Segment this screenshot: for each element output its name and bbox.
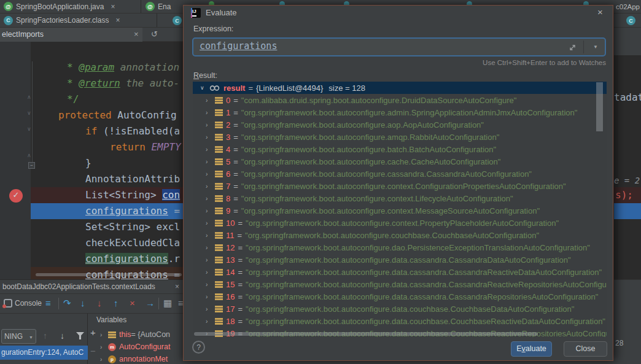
result-item-row[interactable]: ›9="org.springframework.boot.autoconfigu…: [193, 204, 607, 217]
chevron-right-icon[interactable]: ›: [206, 134, 215, 141]
close-icon[interactable]: ×: [597, 7, 603, 17]
chevron-right-icon[interactable]: ›: [206, 232, 215, 239]
chevron-right-icon[interactable]: ›: [206, 318, 215, 325]
fold-collapse-icon[interactable]: ∧: [27, 153, 34, 158]
expression-combobox[interactable]: configurations ▼: [192, 37, 606, 56]
result-item-row[interactable]: ›18="org.springframework.boot.autoconfig…: [193, 315, 607, 327]
chevron-right-icon[interactable]: ›: [100, 331, 108, 338]
result-item-row[interactable]: ›4="org.springframework.boot.autoconfigu…: [193, 143, 607, 155]
breakpoint-icon[interactable]: ✓: [9, 189, 23, 203]
close-button[interactable]: Close: [564, 341, 607, 357]
fold-collapse-icon[interactable]: ∧: [27, 95, 34, 100]
frame-down-icon[interactable]: ↓: [60, 331, 64, 341]
chevron-right-icon[interactable]: ›: [206, 146, 215, 153]
evaluate-expression-icon[interactable]: ▦: [163, 298, 172, 309]
tree-vscrollbar[interactable]: [596, 82, 603, 131]
filter-funnel-icon[interactable]: [76, 332, 84, 339]
chevron-right-icon[interactable]: ›: [206, 257, 215, 263]
result-item-row[interactable]: ›8="org.springframework.boot.autoconfigu…: [193, 192, 607, 204]
step-into-icon[interactable]: ↓: [80, 298, 85, 308]
chevron-right-icon[interactable]: ›: [100, 356, 108, 363]
chevron-right-icon[interactable]: ›: [206, 122, 215, 128]
tab-springfactoriesloader[interactable]: C SpringFactoriesLoader.class ×: [0, 14, 157, 27]
chevron-down-icon[interactable]: ▼: [593, 44, 598, 50]
result-item-row[interactable]: ›5="org.springframework.boot.autoconfigu…: [193, 155, 607, 168]
chevron-right-icon[interactable]: ›: [206, 293, 215, 300]
result-tree[interactable]: ∨ result = {LinkedList@4494} size = 128 …: [193, 82, 607, 337]
code-line[interactable]: }: [31, 155, 183, 171]
result-item-row[interactable]: ›0="com.alibaba.druid.spring.boot.autoco…: [193, 94, 607, 106]
result-item-row[interactable]: ›3="org.springframework.boot.autoconfigu…: [193, 131, 607, 143]
result-item-row[interactable]: ›15="org.springframework.boot.autoconfig…: [193, 278, 607, 290]
code-line[interactable]: return EMPTY: [31, 139, 183, 155]
chevron-right-icon[interactable]: ›: [206, 183, 215, 190]
result-item-row[interactable]: ›13="org.springframework.boot.autoconfig…: [193, 254, 607, 266]
step-over-icon[interactable]: ↷: [63, 298, 71, 309]
result-item-row[interactable]: ›12="org.springframework.boot.autoconfig…: [193, 241, 607, 254]
result-item-row[interactable]: ›16="org.springframework.boot.autoconfig…: [193, 290, 607, 303]
editor-hscrollbar[interactable]: [36, 273, 182, 276]
chevron-right-icon[interactable]: ›: [206, 109, 215, 116]
tab-springbootapplication[interactable]: @ SpringBootApplication.java ×: [0, 0, 141, 13]
result-item-row[interactable]: ›1="org.springframework.boot.autoconfigu…: [193, 106, 607, 118]
expression-value[interactable]: configurations: [200, 41, 277, 52]
result-item-row[interactable]: ›2="org.springframework.boot.autoconfigu…: [193, 118, 607, 131]
search-input[interactable]: electImports: [0, 28, 142, 42]
clear-search-icon[interactable]: ×: [134, 29, 139, 39]
step-out-icon[interactable]: ↑: [114, 298, 118, 308]
close-icon[interactable]: ×: [175, 280, 179, 293]
code-line[interactable]: Set<String> excl: [31, 219, 183, 235]
result-item-row[interactable]: ›10="org.springframework.boot.autoconfig…: [193, 217, 607, 229]
close-icon[interactable]: ×: [111, 2, 115, 11]
drop-frame-icon[interactable]: ×: [130, 298, 135, 308]
result-item-row[interactable]: ›14="org.springframework.boot.autoconfig…: [193, 266, 607, 278]
help-button[interactable]: ?: [192, 341, 205, 354]
fold-expand-icon[interactable]: ∨: [27, 110, 34, 116]
result-item-row[interactable]: ›17="org.springframework.boot.autoconfig…: [193, 303, 607, 315]
variable-row[interactable]: ›this = {AutoCon: [100, 328, 183, 341]
variable-row[interactable]: ›pannotationMet: [100, 353, 183, 364]
close-icon[interactable]: ×: [115, 16, 120, 25]
chevron-right-icon[interactable]: ›: [206, 269, 215, 276]
result-root-row[interactable]: ∨ result = {LinkedList@4494} size = 128: [193, 82, 607, 94]
chevron-right-icon[interactable]: ›: [206, 220, 215, 227]
code-line[interactable]: * @return the auto-: [31, 76, 183, 91]
layout-menu-icon[interactable]: ≡: [45, 298, 51, 308]
chevron-right-icon[interactable]: ›: [206, 97, 215, 104]
force-step-into-icon[interactable]: ↓: [97, 298, 102, 308]
tab-enable-autoconfiguration[interactable]: @ Ena: [142, 0, 183, 13]
run-config-tab[interactable]: bootDataJdbc02ApplicationTests.contextLo…: [0, 279, 183, 293]
run-to-cursor-icon[interactable]: →: [146, 298, 155, 308]
console-tab-label[interactable]: Console: [15, 299, 42, 308]
result-item-row[interactable]: ›11="org.springframework.boot.autoconfig…: [193, 229, 607, 241]
frame-up-icon[interactable]: ↑: [43, 331, 47, 341]
regex-refresh-icon[interactable]: ↺: [151, 29, 158, 39]
right-tab[interactable]: c02App: [614, 0, 641, 14]
chevron-right-icon[interactable]: ›: [206, 195, 215, 202]
chevron-right-icon[interactable]: ›: [206, 207, 215, 214]
code-line[interactable]: if (!isEnabled(a: [31, 123, 183, 139]
code-editor[interactable]: * @param annotation* @return the auto-*/…: [0, 42, 183, 279]
variable-row[interactable]: ›mAutoConfigurat: [100, 341, 183, 353]
add-watch-icon[interactable]: +: [90, 327, 96, 338]
thread-dropdown[interactable]: NING ▼: [1, 329, 36, 344]
result-item-row[interactable]: ›7="org.springframework.boot.autoconfigu…: [193, 180, 607, 192]
chevron-right-icon[interactable]: ›: [206, 171, 215, 177]
code-line[interactable]: AnnotationAttrib: [31, 171, 183, 187]
stack-frame-row[interactable]: gurationEntry:124, AutoC: [0, 346, 88, 360]
chevron-right-icon[interactable]: ›: [206, 281, 215, 288]
code-line[interactable]: * @param annotation: [31, 60, 183, 76]
expand-icon[interactable]: [569, 44, 577, 52]
result-item-row[interactable]: ›6="org.springframework.boot.autoconfigu…: [193, 168, 607, 180]
chevron-right-icon[interactable]: ›: [206, 306, 215, 312]
code-line[interactable]: protected AutoConfig: [31, 107, 183, 123]
fold-minus-icon[interactable]: −: [28, 162, 35, 169]
tree-hscrollbar[interactable]: [194, 332, 538, 336]
remove-watch-icon[interactable]: −: [90, 346, 96, 356]
code-line[interactable]: List<String> con: [31, 187, 183, 203]
evaluate-button[interactable]: Evaluate: [511, 341, 552, 357]
fold-expand-icon[interactable]: ∨: [27, 126, 34, 132]
code-line[interactable]: configurations =: [31, 203, 183, 219]
code-line[interactable]: configurations.r: [31, 251, 183, 267]
chevron-right-icon[interactable]: ›: [206, 158, 215, 165]
